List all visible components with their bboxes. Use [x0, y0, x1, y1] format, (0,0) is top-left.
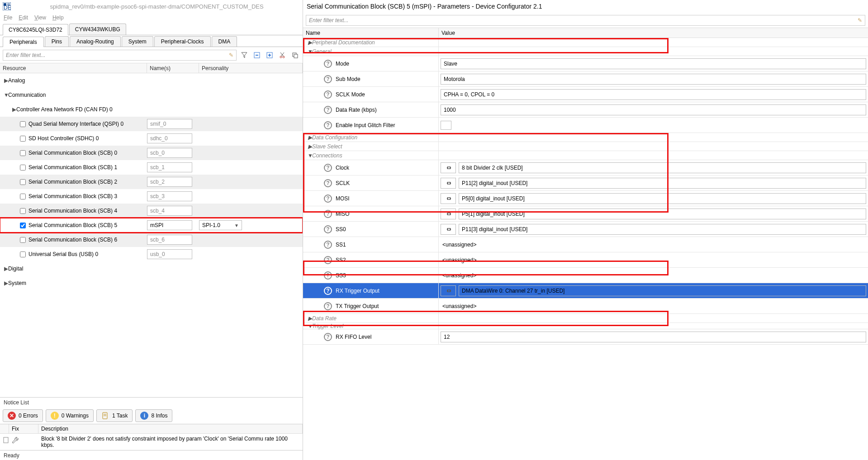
- param-row[interactable]: ?SCLKP11[2] digital_inout [USED]: [303, 175, 868, 191]
- collapse-all-icon[interactable]: [252, 50, 262, 60]
- name-field[interactable]: smif_0: [147, 119, 192, 129]
- menu-file[interactable]: File: [4, 14, 12, 21]
- col-names[interactable]: Name(s): [147, 63, 199, 73]
- cut-icon[interactable]: [277, 50, 287, 60]
- peripheral-tab[interactable]: Pins: [45, 36, 69, 47]
- notice-row[interactable]: Block '8 bit Divider 2' does not satisfy…: [0, 434, 303, 450]
- name-field[interactable]: scb_2: [147, 177, 192, 187]
- tree-group[interactable]: ▼ Communication: [0, 88, 303, 102]
- col-resource[interactable]: Resource: [0, 63, 147, 73]
- help-icon[interactable]: ?: [324, 210, 332, 218]
- help-icon[interactable]: ?: [324, 271, 332, 280]
- tree-group[interactable]: ▶ Controller Area Network FD (CAN FD) 0: [0, 102, 303, 117]
- filter-clear-icon[interactable]: ✎: [229, 52, 233, 58]
- value-field[interactable]: 12: [441, 332, 866, 342]
- twisty-icon[interactable]: ▶: [308, 315, 312, 322]
- value-field[interactable]: Slave: [441, 58, 866, 69]
- enable-checkbox[interactable]: [20, 136, 26, 142]
- notice-col-desc[interactable]: Description: [38, 424, 303, 433]
- tree-leaf[interactable]: Quad Serial Memory Interface (QSPI) 0smi…: [0, 117, 303, 131]
- name-field[interactable]: scb_3: [147, 191, 192, 201]
- twisty-icon[interactable]: ▼: [308, 48, 312, 55]
- notice-col-fix[interactable]: Fix: [9, 424, 38, 433]
- personality-combo[interactable]: SPI-1.0▼: [199, 220, 242, 230]
- enable-checkbox[interactable]: [20, 251, 26, 257]
- param-section[interactable]: ▼ General: [303, 47, 868, 56]
- help-icon[interactable]: ?: [324, 60, 332, 68]
- help-icon[interactable]: ?: [324, 179, 332, 187]
- value-field[interactable]: 8 bit Divider 2 clk [USED]: [459, 162, 866, 173]
- link-icon[interactable]: [441, 224, 456, 235]
- param-row[interactable]: ?Enable Input Glitch Filter: [303, 118, 868, 133]
- help-icon[interactable]: ?: [324, 106, 332, 114]
- param-section[interactable]: ▶ Peripheral Documentation: [303, 38, 868, 47]
- twisty-icon[interactable]: ▶: [308, 39, 312, 46]
- copy-icon[interactable]: [290, 50, 300, 60]
- twisty-icon[interactable]: ▼: [308, 152, 312, 159]
- help-icon[interactable]: ?: [324, 287, 332, 295]
- name-field[interactable]: scb_4: [147, 206, 192, 216]
- col-param-value[interactable]: Value: [439, 28, 868, 38]
- help-icon[interactable]: ?: [324, 194, 332, 203]
- param-row[interactable]: ?Sub ModeMotorola: [303, 71, 868, 87]
- name-field[interactable]: scb_0: [147, 148, 192, 158]
- tree-leaf[interactable]: Serial Communication Block (SCB) 2scb_2: [0, 175, 303, 189]
- right-filter-input[interactable]: Enter filter text... ✎: [306, 15, 865, 26]
- twisty-icon[interactable]: ▶: [4, 77, 8, 84]
- param-row[interactable]: ?RX Trigger OutputDMA DataWire 0: Channe…: [303, 283, 868, 299]
- tasks-button[interactable]: 1 Task: [96, 409, 133, 422]
- filter-funnel-icon[interactable]: [239, 50, 249, 60]
- twisty-icon[interactable]: ▶: [4, 266, 8, 272]
- enable-checkbox[interactable]: [20, 194, 26, 199]
- param-row[interactable]: ?Clock8 bit Divider 2 clk [USED]: [303, 160, 868, 175]
- tree-leaf[interactable]: Serial Communication Block (SCB) 3scb_3: [0, 189, 303, 204]
- col-personality[interactable]: Personality: [199, 63, 303, 73]
- link-icon[interactable]: [441, 193, 456, 204]
- param-section[interactable]: ▼ Trigger Level: [303, 323, 868, 329]
- name-field[interactable]: scb_1: [147, 162, 192, 172]
- name-field[interactable]: scb_6: [147, 235, 192, 245]
- menu-help[interactable]: Help: [52, 14, 64, 21]
- param-section[interactable]: ▶ Slave Select: [303, 142, 868, 151]
- tree-leaf[interactable]: SD Host Controller (SDHC) 0sdhc_0: [0, 131, 303, 146]
- menu-edit[interactable]: Edit: [19, 14, 28, 21]
- name-field[interactable]: usb_0: [147, 249, 192, 259]
- tree-leaf[interactable]: Universal Serial Bus (USB) 0usb_0: [0, 247, 303, 261]
- tree-leaf[interactable]: Serial Communication Block (SCB) 1scb_1: [0, 160, 303, 175]
- enable-checkbox[interactable]: [20, 223, 26, 228]
- menu-view[interactable]: View: [34, 14, 46, 21]
- peripheral-tab[interactable]: Peripherals: [3, 37, 44, 47]
- expand-all-icon[interactable]: [265, 50, 275, 60]
- twisty-icon[interactable]: ▶: [308, 134, 312, 141]
- param-row[interactable]: ?SS2<unassigned>: [303, 252, 868, 268]
- right-filter-clear-icon[interactable]: ✎: [858, 17, 862, 24]
- device-tab[interactable]: CYW4343WKUBG: [69, 24, 126, 35]
- value-field[interactable]: P5[1] digital_inout [USED]: [459, 209, 866, 219]
- enable-checkbox[interactable]: [20, 165, 26, 171]
- twisty-icon[interactable]: ▶: [4, 280, 8, 286]
- link-icon[interactable]: [441, 178, 456, 189]
- wrench-icon[interactable]: [11, 436, 20, 445]
- tree-leaf[interactable]: Serial Communication Block (SCB) 0scb_0: [0, 146, 303, 160]
- peripheral-tab[interactable]: System: [122, 36, 153, 47]
- help-icon[interactable]: ?: [324, 75, 332, 83]
- help-icon[interactable]: ?: [324, 90, 332, 99]
- tree-leaf[interactable]: Serial Communication Block (SCB) 6scb_6: [0, 232, 303, 247]
- name-field[interactable]: sdhc_0: [147, 133, 192, 143]
- param-row[interactable]: ?SS0P11[3] digital_inout [USED]: [303, 222, 868, 237]
- tree-leaf[interactable]: Serial Communication Block (SCB) 4scb_4: [0, 204, 303, 218]
- filter-input[interactable]: Enter filter text... ✎: [3, 50, 237, 61]
- value-checkbox[interactable]: [441, 121, 451, 130]
- errors-button[interactable]: ✕0 Errors: [3, 409, 43, 422]
- col-param-name[interactable]: Name: [303, 28, 439, 38]
- value-field[interactable]: DMA DataWire 0: Channel 27 tr_in [USED]: [459, 285, 866, 296]
- device-tab[interactable]: CY8C6245LQI-S3D72: [3, 24, 68, 35]
- param-row[interactable]: ?SS3<unassigned>: [303, 268, 868, 283]
- peripheral-tab[interactable]: Peripheral-Clocks: [154, 36, 211, 47]
- help-icon[interactable]: ?: [324, 225, 332, 233]
- warnings-button[interactable]: !0 Warnings: [46, 409, 94, 422]
- enable-checkbox[interactable]: [20, 121, 26, 127]
- link-icon[interactable]: [441, 162, 456, 173]
- param-section[interactable]: ▶ Data Rate: [303, 314, 868, 323]
- param-row[interactable]: ?RX FIFO Level12: [303, 329, 868, 345]
